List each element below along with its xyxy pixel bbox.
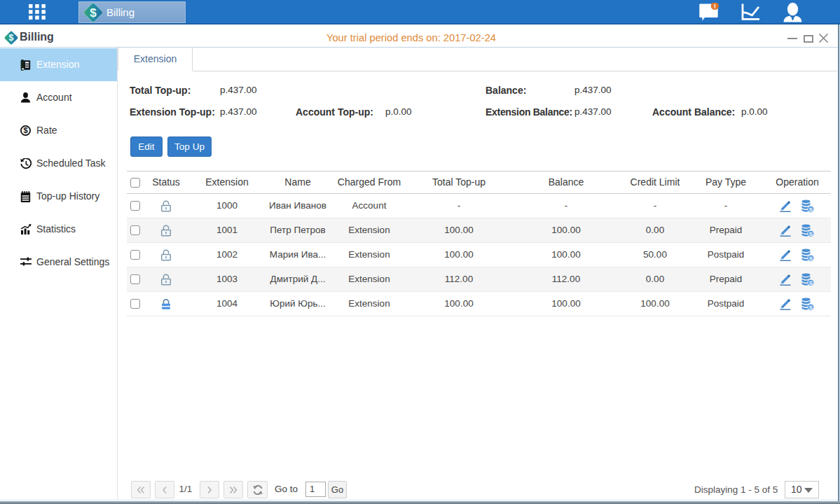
- svg-text:$: $: [90, 6, 97, 20]
- svg-text:S: S: [809, 280, 813, 286]
- svg-text:!: !: [714, 3, 716, 10]
- svg-text:$: $: [9, 33, 14, 43]
- svg-text:S: S: [809, 255, 813, 262]
- svg-text:S: S: [809, 304, 813, 311]
- svg-text:S: S: [809, 231, 813, 237]
- svg-text:$: $: [23, 126, 27, 134]
- svg-text:S: S: [809, 206, 813, 213]
